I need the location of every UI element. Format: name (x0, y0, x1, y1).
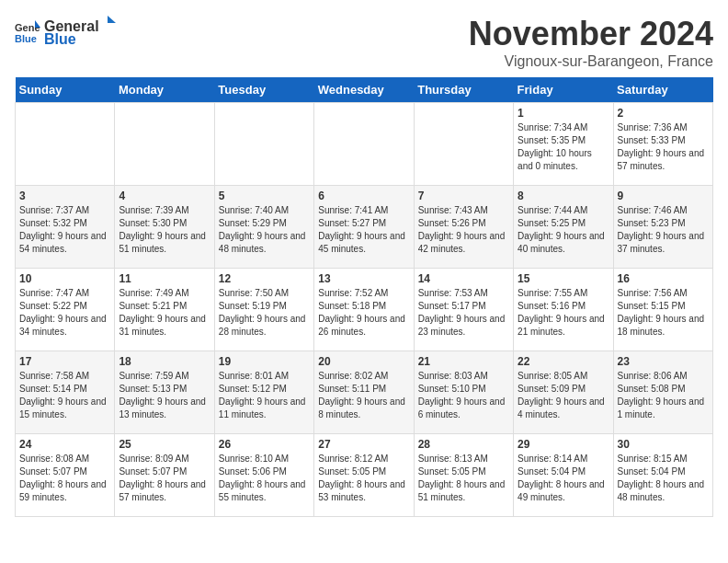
calendar-cell: 23Sunrise: 8:06 AM Sunset: 5:08 PM Dayli… (613, 351, 712, 434)
calendar-cell: 9Sunrise: 7:46 AM Sunset: 5:23 PM Daylig… (613, 186, 712, 269)
calendar-cell: 26Sunrise: 8:10 AM Sunset: 5:06 PM Dayli… (214, 434, 313, 517)
day-number: 24 (19, 438, 110, 451)
day-info: Sunrise: 7:43 AM Sunset: 5:26 PM Dayligh… (418, 204, 509, 256)
day-info: Sunrise: 7:36 AM Sunset: 5:33 PM Dayligh… (618, 121, 709, 173)
day-number: 15 (518, 272, 609, 285)
header: General Blue General Blue November 2024 … (15, 15, 713, 70)
day-info: Sunrise: 7:34 AM Sunset: 5:35 PM Dayligh… (518, 121, 609, 173)
calendar-week-row: 24Sunrise: 8:08 AM Sunset: 5:07 PM Dayli… (16, 434, 713, 517)
calendar-cell (314, 103, 414, 186)
calendar-cell: 24Sunrise: 8:08 AM Sunset: 5:07 PM Dayli… (16, 434, 115, 517)
day-info: Sunrise: 8:06 AM Sunset: 5:08 PM Dayligh… (618, 370, 709, 421)
day-info: Sunrise: 7:49 AM Sunset: 5:21 PM Dayligh… (119, 287, 210, 339)
logo: General Blue General Blue (15, 15, 116, 48)
day-number: 11 (119, 272, 210, 285)
calendar-cell: 13Sunrise: 7:52 AM Sunset: 5:18 PM Dayli… (314, 269, 414, 351)
calendar-cell: 29Sunrise: 8:14 AM Sunset: 5:04 PM Dayli… (514, 434, 613, 517)
calendar-week-row: 3Sunrise: 7:37 AM Sunset: 5:32 PM Daylig… (16, 186, 713, 269)
day-of-week-header: Monday (115, 77, 214, 103)
day-number: 17 (19, 355, 110, 368)
day-info: Sunrise: 7:56 AM Sunset: 5:15 PM Dayligh… (618, 287, 709, 339)
calendar-cell: 1Sunrise: 7:34 AM Sunset: 5:35 PM Daylig… (514, 103, 613, 186)
calendar-cell: 17Sunrise: 7:58 AM Sunset: 5:14 PM Dayli… (16, 351, 115, 434)
day-of-week-header: Tuesday (214, 77, 313, 103)
day-info: Sunrise: 8:03 AM Sunset: 5:10 PM Dayligh… (418, 370, 509, 421)
day-number: 9 (618, 190, 709, 202)
logo-flag-icon (99, 15, 116, 31)
day-number: 30 (618, 438, 709, 451)
calendar-cell: 19Sunrise: 8:01 AM Sunset: 5:12 PM Dayli… (214, 351, 313, 434)
day-number: 25 (119, 438, 210, 451)
calendar-cell: 14Sunrise: 7:53 AM Sunset: 5:17 PM Dayli… (414, 269, 513, 351)
day-number: 12 (219, 272, 310, 285)
day-number: 26 (219, 438, 310, 451)
calendar-cell: 7Sunrise: 7:43 AM Sunset: 5:26 PM Daylig… (414, 186, 513, 269)
day-of-week-header: Thursday (414, 77, 513, 103)
calendar-cell: 6Sunrise: 7:41 AM Sunset: 5:27 PM Daylig… (314, 186, 414, 269)
calendar-cell: 18Sunrise: 7:59 AM Sunset: 5:13 PM Dayli… (115, 351, 214, 434)
day-number: 16 (618, 272, 709, 285)
day-of-week-header: Sunday (16, 77, 115, 103)
day-info: Sunrise: 7:53 AM Sunset: 5:17 PM Dayligh… (418, 287, 509, 339)
calendar-cell: 28Sunrise: 8:13 AM Sunset: 5:05 PM Dayli… (414, 434, 513, 517)
day-number: 10 (19, 272, 110, 285)
day-number: 6 (318, 190, 409, 202)
day-number: 29 (518, 438, 609, 451)
day-number: 27 (318, 438, 409, 451)
day-info: Sunrise: 7:55 AM Sunset: 5:16 PM Dayligh… (518, 287, 609, 339)
day-of-week-header: Friday (514, 77, 613, 103)
calendar-cell: 30Sunrise: 8:15 AM Sunset: 5:04 PM Dayli… (613, 434, 712, 517)
calendar-cell: 2Sunrise: 7:36 AM Sunset: 5:33 PM Daylig… (613, 103, 712, 186)
day-info: Sunrise: 8:13 AM Sunset: 5:05 PM Dayligh… (418, 453, 509, 504)
day-info: Sunrise: 8:02 AM Sunset: 5:11 PM Dayligh… (318, 370, 409, 421)
day-info: Sunrise: 7:59 AM Sunset: 5:13 PM Dayligh… (119, 370, 210, 421)
calendar-body: 1Sunrise: 7:34 AM Sunset: 5:35 PM Daylig… (16, 103, 713, 517)
calendar-cell: 4Sunrise: 7:39 AM Sunset: 5:30 PM Daylig… (115, 186, 214, 269)
day-number: 19 (219, 355, 310, 368)
calendar-cell: 10Sunrise: 7:47 AM Sunset: 5:22 PM Dayli… (16, 269, 115, 351)
calendar-table: SundayMondayTuesdayWednesdayThursdayFrid… (15, 77, 713, 517)
day-info: Sunrise: 7:50 AM Sunset: 5:19 PM Dayligh… (219, 287, 310, 339)
calendar-cell (16, 103, 115, 186)
day-info: Sunrise: 7:39 AM Sunset: 5:30 PM Dayligh… (119, 204, 210, 256)
day-info: Sunrise: 8:05 AM Sunset: 5:09 PM Dayligh… (518, 370, 609, 421)
day-number: 2 (618, 107, 709, 120)
calendar-cell: 22Sunrise: 8:05 AM Sunset: 5:09 PM Dayli… (514, 351, 613, 434)
calendar-week-row: 17Sunrise: 7:58 AM Sunset: 5:14 PM Dayli… (16, 351, 713, 434)
day-number: 14 (418, 272, 509, 285)
calendar-cell: 3Sunrise: 7:37 AM Sunset: 5:32 PM Daylig… (16, 186, 115, 269)
day-info: Sunrise: 7:44 AM Sunset: 5:25 PM Dayligh… (518, 204, 609, 256)
calendar-header-row: SundayMondayTuesdayWednesdayThursdayFrid… (16, 77, 713, 103)
calendar-cell: 15Sunrise: 7:55 AM Sunset: 5:16 PM Dayli… (514, 269, 613, 351)
month-title: November 2024 (469, 15, 713, 53)
calendar-cell: 8Sunrise: 7:44 AM Sunset: 5:25 PM Daylig… (514, 186, 613, 269)
calendar-week-row: 10Sunrise: 7:47 AM Sunset: 5:22 PM Dayli… (16, 269, 713, 351)
calendar-cell: 25Sunrise: 8:09 AM Sunset: 5:07 PM Dayli… (115, 434, 214, 517)
day-number: 5 (219, 190, 310, 202)
calendar-cell: 16Sunrise: 7:56 AM Sunset: 5:15 PM Dayli… (613, 269, 712, 351)
day-number: 4 (119, 190, 210, 202)
day-number: 8 (518, 190, 609, 202)
calendar-cell (414, 103, 513, 186)
day-info: Sunrise: 7:47 AM Sunset: 5:22 PM Dayligh… (19, 287, 110, 339)
day-info: Sunrise: 7:58 AM Sunset: 5:14 PM Dayligh… (19, 370, 110, 421)
day-info: Sunrise: 7:41 AM Sunset: 5:27 PM Dayligh… (318, 204, 409, 256)
day-info: Sunrise: 8:12 AM Sunset: 5:05 PM Dayligh… (318, 453, 409, 504)
day-info: Sunrise: 8:09 AM Sunset: 5:07 PM Dayligh… (119, 453, 210, 504)
calendar-cell (214, 103, 313, 186)
generalblue-logo-icon: General Blue (15, 18, 40, 44)
day-info: Sunrise: 7:52 AM Sunset: 5:18 PM Dayligh… (318, 287, 409, 339)
svg-text:Blue: Blue (15, 33, 37, 44)
day-of-week-header: Saturday (613, 77, 712, 103)
day-info: Sunrise: 7:37 AM Sunset: 5:32 PM Dayligh… (19, 204, 110, 256)
day-number: 13 (318, 272, 409, 285)
day-number: 7 (418, 190, 509, 202)
day-info: Sunrise: 8:08 AM Sunset: 5:07 PM Dayligh… (19, 453, 110, 504)
calendar-cell: 11Sunrise: 7:49 AM Sunset: 5:21 PM Dayli… (115, 269, 214, 351)
day-info: Sunrise: 8:10 AM Sunset: 5:06 PM Dayligh… (219, 453, 310, 504)
location-subtitle: Vignoux-sur-Barangeon, France (469, 53, 713, 70)
calendar-cell: 5Sunrise: 7:40 AM Sunset: 5:29 PM Daylig… (214, 186, 313, 269)
calendar-cell: 20Sunrise: 8:02 AM Sunset: 5:11 PM Dayli… (314, 351, 414, 434)
day-info: Sunrise: 7:40 AM Sunset: 5:29 PM Dayligh… (219, 204, 310, 256)
title-area: November 2024 Vignoux-sur-Barangeon, Fra… (469, 15, 713, 70)
